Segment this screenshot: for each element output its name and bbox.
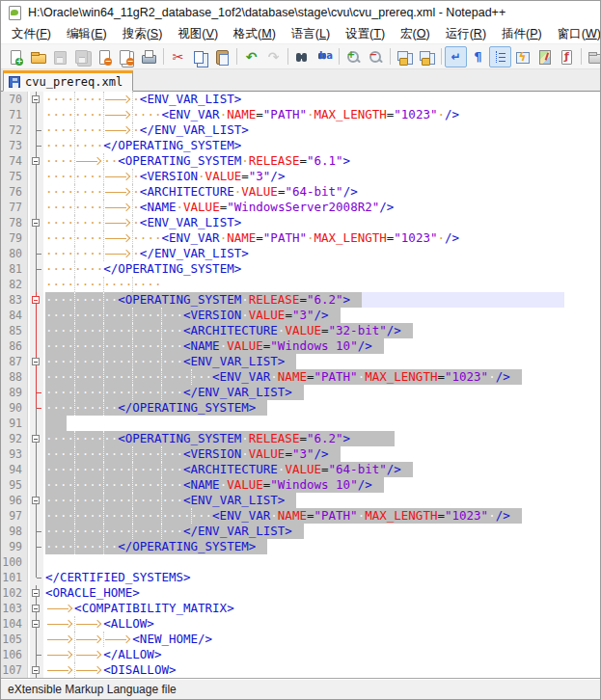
paste-button[interactable] bbox=[211, 46, 233, 67]
fold-toggle-icon[interactable] bbox=[30, 215, 43, 230]
copy-button[interactable] bbox=[189, 46, 211, 67]
code-text[interactable]: ················ bbox=[43, 277, 600, 292]
code-text[interactable]: ······<OPERATING_SYSTEM·RELEASE="6.1"> bbox=[43, 153, 600, 169]
code-line-73[interactable]: 73········</OPERATING_SYSTEM> bbox=[1, 138, 600, 153]
code-line-81[interactable]: 81········</OPERATING_SYSTEM> bbox=[1, 261, 600, 277]
folder-as-workspace-button[interactable] bbox=[585, 46, 601, 67]
code-text[interactable]: ·······················<ENV_VAR·NAME="PA… bbox=[43, 369, 600, 385]
code-line-72[interactable]: 72·········</ENV_VAR_LIST> bbox=[1, 122, 600, 138]
code-text[interactable]: <COMPATIBILITY_MATRIX> bbox=[43, 601, 600, 616]
code-text[interactable]: ···················<NAME·VALUE="Windows … bbox=[43, 338, 600, 354]
show-all-characters-button[interactable]: ¶ bbox=[467, 46, 489, 67]
code-text[interactable]: </ALLOW> bbox=[43, 647, 600, 662]
editor[interactable]: 70·········<ENV_VAR_LIST>71············<… bbox=[1, 92, 600, 678]
code-line-78[interactable]: 78·········<ENV_VAR_LIST> bbox=[1, 215, 600, 230]
menu-item-search[interactable]: 搜索(S) bbox=[115, 24, 171, 44]
code-text[interactable]: ···················<ARCHITECTURE·VALUE="… bbox=[43, 462, 600, 477]
menu-item-file[interactable]: 文件(F) bbox=[4, 24, 59, 44]
code-text[interactable]: ··········</OPERATING_SYSTEM> bbox=[43, 400, 600, 416]
code-line-103[interactable]: 103<COMPATIBILITY_MATRIX> bbox=[1, 601, 600, 616]
code-line-99[interactable]: 99··········</OPERATING_SYSTEM> bbox=[1, 539, 600, 554]
code-text[interactable]: ···················</ENV_VAR_LIST> bbox=[43, 385, 600, 400]
code-text[interactable]: ···················<ENV_VAR_LIST> bbox=[43, 354, 600, 369]
menu-item-encoding[interactable]: 格式(M) bbox=[226, 24, 284, 44]
document-map-button[interactable] bbox=[533, 46, 556, 67]
code-line-88[interactable]: 88·······················<ENV_VAR·NAME="… bbox=[1, 369, 600, 385]
code-text[interactable]: ·········</ENV_VAR_LIST> bbox=[43, 246, 600, 261]
code-text[interactable]: ·········<VERSION·VALUE="3"/> bbox=[43, 169, 600, 184]
fold-toggle-icon[interactable] bbox=[30, 292, 43, 308]
code-line-100[interactable]: 100 bbox=[1, 554, 600, 570]
fold-toggle-icon[interactable] bbox=[30, 92, 43, 107]
menu-item-plugins[interactable]: 插件(P) bbox=[494, 24, 550, 44]
code-text[interactable]: ········</OPERATING_SYSTEM> bbox=[43, 138, 600, 153]
fold-toggle-icon[interactable] bbox=[30, 493, 43, 508]
fold-toggle-icon[interactable] bbox=[30, 585, 43, 601]
code-line-87[interactable]: 87···················<ENV_VAR_LIST> bbox=[1, 354, 600, 369]
code-line-79[interactable]: 79············<ENV_VAR·NAME="PATH"·MAX_L… bbox=[1, 230, 600, 246]
code-text[interactable]: <DISALLOW> bbox=[43, 662, 600, 678]
code-line-75[interactable]: 75·········<VERSION·VALUE="3"/> bbox=[1, 169, 600, 184]
code-line-85[interactable]: 85···················<ARCHITECTURE·VALUE… bbox=[1, 323, 600, 338]
code-text[interactable]: ···················</ENV_VAR_LIST> bbox=[43, 524, 600, 539]
zoom-out-button[interactable]: − bbox=[365, 46, 387, 67]
code-text[interactable]: ·········<ARCHITECTURE·VALUE="64-bit"/> bbox=[43, 184, 600, 200]
code-text[interactable]: ············<ENV_VAR·NAME="PATH"·MAX_LEN… bbox=[43, 230, 600, 246]
code-line-84[interactable]: 84···················<VERSION·VALUE="3"/… bbox=[1, 308, 600, 323]
code-text[interactable]: ············<ENV_VAR·NAME="PATH"·MAX_LEN… bbox=[43, 107, 600, 122]
show-indent-guide-button[interactable] bbox=[489, 46, 511, 67]
function-completion-button[interactable]: ϟ bbox=[511, 46, 533, 67]
open-file-button[interactable] bbox=[27, 46, 49, 67]
fold-toggle-icon[interactable] bbox=[30, 354, 43, 369]
code-line-74[interactable]: 74······<OPERATING_SYSTEM·RELEASE="6.1"> bbox=[1, 153, 600, 169]
code-line-102[interactable]: 102<ORACLE_HOME> bbox=[1, 585, 600, 601]
code-text[interactable]: </CERTIFIED_SYSTEMS> bbox=[43, 570, 600, 585]
code-text[interactable]: <ORACLE_HOME> bbox=[43, 585, 600, 601]
code-text[interactable]: ·········<ENV_VAR_LIST> bbox=[43, 92, 600, 107]
code-text[interactable]: <ALLOW> bbox=[43, 616, 600, 632]
code-text[interactable]: ···················<NAME·VALUE="Windows … bbox=[43, 477, 600, 493]
fold-toggle-icon[interactable] bbox=[30, 431, 43, 446]
code-line-76[interactable]: 76·········<ARCHITECTURE·VALUE="64-bit"/… bbox=[1, 184, 600, 200]
code-line-71[interactable]: 71············<ENV_VAR·NAME="PATH"·MAX_L… bbox=[1, 107, 600, 122]
code-line-104[interactable]: 104<ALLOW> bbox=[1, 616, 600, 632]
code-text[interactable] bbox=[43, 416, 600, 431]
code-text[interactable]: <NEW_HOME/> bbox=[43, 632, 600, 647]
menu-item-window[interactable]: 窗口(W) bbox=[550, 24, 601, 44]
code-text[interactable]: ··········</OPERATING_SYSTEM> bbox=[43, 539, 600, 554]
code-line-70[interactable]: 70·········<ENV_VAR_LIST> bbox=[1, 92, 600, 107]
zoom-in-button[interactable]: + bbox=[342, 46, 365, 67]
code-line-98[interactable]: 98···················</ENV_VAR_LIST> bbox=[1, 524, 600, 539]
code-text[interactable]: ···················<VERSION·VALUE="3"/> bbox=[43, 308, 600, 323]
code-line-93[interactable]: 93···················<VERSION·VALUE="3"/… bbox=[1, 446, 600, 462]
code-text[interactable]: ···················<ARCHITECTURE·VALUE="… bbox=[43, 323, 600, 338]
code-text[interactable]: ···················<VERSION·VALUE="3"/> bbox=[43, 446, 600, 462]
menu-item-view[interactable]: 视图(V) bbox=[170, 24, 226, 44]
close-button[interactable]: − bbox=[94, 46, 116, 67]
code-text[interactable]: ·········<ENV_VAR_LIST> bbox=[43, 215, 600, 230]
code-line-96[interactable]: 96···················<ENV_VAR_LIST> bbox=[1, 493, 600, 508]
code-line-77[interactable]: 77·········<NAME·VALUE="WindowsServer200… bbox=[1, 200, 600, 215]
code-line-80[interactable]: 80·········</ENV_VAR_LIST> bbox=[1, 246, 600, 261]
code-line-89[interactable]: 89···················</ENV_VAR_LIST> bbox=[1, 385, 600, 400]
code-line-82[interactable]: 82················ bbox=[1, 277, 600, 292]
code-line-95[interactable]: 95···················<NAME·VALUE="Window… bbox=[1, 477, 600, 493]
tab-cvu-prereq-xml[interactable]: cvu_prereq.xml bbox=[3, 70, 133, 92]
save-button[interactable] bbox=[49, 46, 71, 67]
redo-button[interactable]: ↷ bbox=[262, 46, 285, 67]
save-all-button[interactable] bbox=[71, 46, 94, 67]
code-text[interactable]: ··········<OPERATING_SYSTEM·RELEASE="6.2… bbox=[43, 431, 600, 446]
fold-toggle-icon[interactable] bbox=[30, 153, 43, 169]
code-line-90[interactable]: 90··········</OPERATING_SYSTEM> bbox=[1, 400, 600, 416]
close-all-button[interactable]: − bbox=[116, 46, 138, 67]
code-text[interactable]: ·········<NAME·VALUE="WindowsServer2008R… bbox=[43, 200, 600, 215]
word-wrap-button[interactable]: ↵ bbox=[445, 46, 467, 67]
code-line-101[interactable]: 101</CERTIFIED_SYSTEMS> bbox=[1, 570, 600, 585]
code-line-94[interactable]: 94···················<ARCHITECTURE·VALUE… bbox=[1, 462, 600, 477]
find-button[interactable] bbox=[291, 46, 314, 67]
sync-vertical-scroll-button[interactable] bbox=[394, 46, 416, 67]
cut-button[interactable]: ✂ bbox=[167, 46, 189, 67]
code-line-97[interactable]: 97·······················<ENV_VAR·NAME="… bbox=[1, 508, 600, 524]
code-line-92[interactable]: 92··········<OPERATING_SYSTEM·RELEASE="6… bbox=[1, 431, 600, 446]
menu-item-edit[interactable]: 编辑(E) bbox=[59, 24, 115, 44]
